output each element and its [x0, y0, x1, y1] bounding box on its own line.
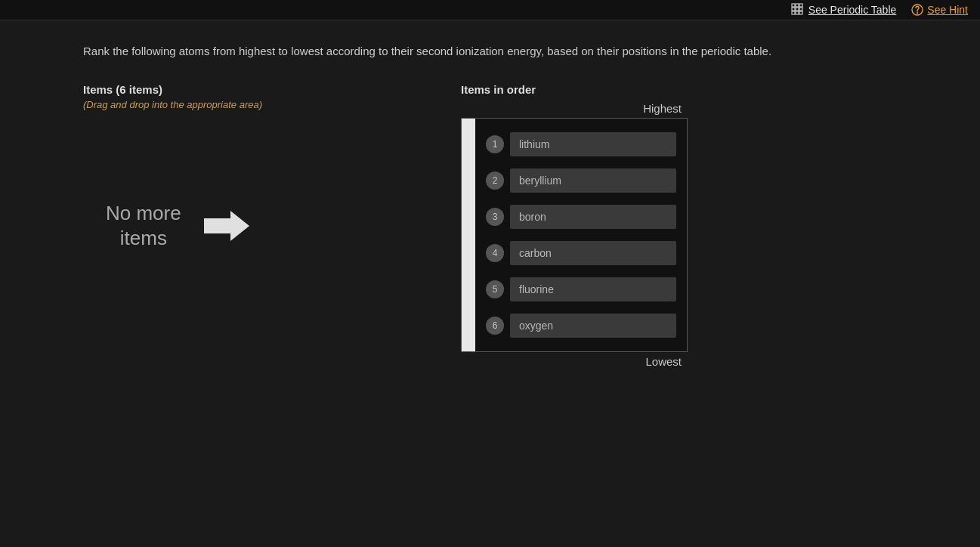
items-header: Items (6 items): [83, 83, 461, 96]
svg-rect-8: [799, 11, 802, 14]
list-item[interactable]: 6oxygen: [480, 309, 682, 342]
svg-marker-11: [204, 211, 249, 241]
item-number: 6: [486, 317, 504, 335]
list-item[interactable]: 4carbon: [480, 236, 682, 270]
main-content: Rank the following atoms from highest to…: [0, 20, 980, 391]
items-in-order-header: Items in order: [461, 83, 688, 96]
highest-label: Highest: [461, 102, 688, 115]
svg-rect-3: [792, 8, 795, 11]
columns-layout: Items (6 items) (Drag and drop into the …: [83, 83, 950, 368]
svg-rect-2: [799, 4, 802, 7]
item-label: oxygen: [510, 314, 676, 338]
item-label: boron: [510, 205, 676, 229]
instructions-text: Rank the following atoms from highest to…: [83, 43, 876, 60]
right-panel: Items in order Highest 1lithium2berylliu…: [461, 83, 688, 368]
svg-rect-0: [792, 4, 795, 7]
item-label: beryllium: [510, 168, 676, 193]
periodic-table-icon: [791, 3, 805, 17]
order-container: 1lithium2beryllium3boron4carbon5fluorine…: [461, 118, 688, 352]
list-item[interactable]: 1lithium: [480, 128, 682, 161]
no-more-text: No moreitems: [106, 201, 181, 252]
left-panel: Items (6 items) (Drag and drop into the …: [83, 83, 461, 252]
list-item[interactable]: 2beryllium: [480, 164, 682, 197]
svg-rect-7: [796, 11, 799, 14]
arrow-right-icon: [204, 211, 249, 241]
svg-rect-6: [792, 11, 795, 14]
order-items-list: 1lithium2beryllium3boron4carbon5fluorine…: [475, 119, 687, 351]
list-item[interactable]: 5fluorine: [480, 273, 682, 306]
item-number: 3: [486, 208, 504, 226]
item-number: 5: [486, 280, 504, 298]
item-label: carbon: [510, 241, 676, 265]
item-number: 1: [486, 135, 504, 153]
svg-rect-1: [796, 4, 799, 7]
item-label: lithium: [510, 132, 676, 156]
hint-icon: [911, 4, 923, 16]
lowest-label: Lowest: [461, 355, 688, 368]
svg-rect-5: [799, 8, 802, 11]
items-subheader: (Drag and drop into the appropriate area…: [83, 99, 461, 110]
list-item[interactable]: 3boron: [480, 200, 682, 233]
order-track: [462, 119, 475, 351]
item-number: 2: [486, 172, 504, 190]
periodic-table-label: See Periodic Table: [808, 4, 896, 16]
see-hint-label: See Hint: [927, 4, 968, 16]
item-label: fluorine: [510, 277, 676, 301]
periodic-table-link[interactable]: See Periodic Table: [791, 3, 896, 17]
top-bar: See Periodic Table See Hint: [0, 0, 980, 20]
see-hint-link[interactable]: See Hint: [911, 4, 968, 16]
svg-rect-4: [796, 8, 799, 11]
item-number: 4: [486, 244, 504, 262]
no-more-items-area: No moreitems: [106, 201, 461, 252]
